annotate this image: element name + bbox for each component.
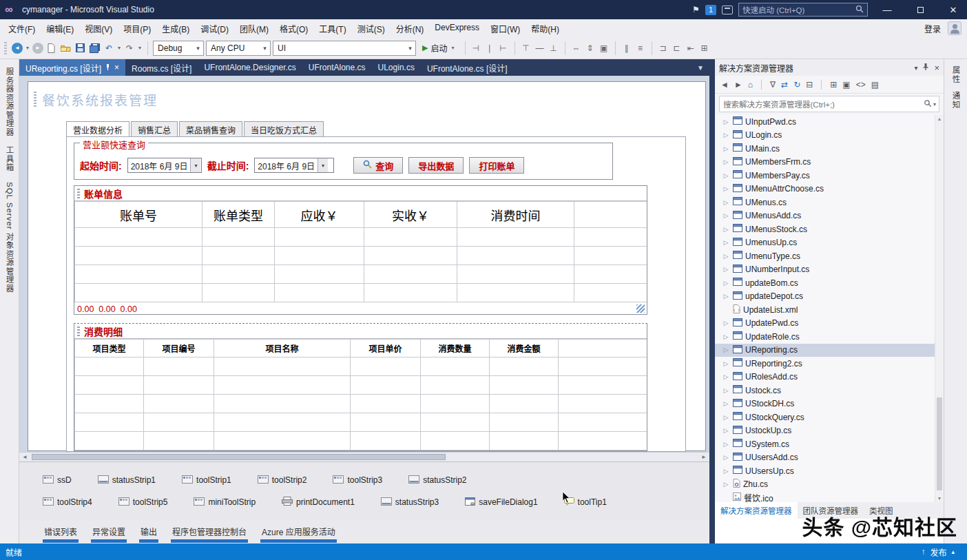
horizontal-spacing-icon[interactable]: ∥ (621, 41, 632, 56)
tree-item-UStockDH.cs[interactable]: ▷UStockDH.cs (715, 397, 935, 411)
bottom-tab-错误列表[interactable]: 错误列表 (43, 525, 79, 543)
scrollbar-thumb[interactable] (32, 454, 446, 460)
align-rights-icon[interactable]: ⊢ (498, 41, 509, 56)
notifications-flag-icon[interactable]: ⚑ (692, 5, 700, 14)
column-header[interactable]: 消费金额 (490, 340, 559, 357)
tool-window-tab-工具箱[interactable]: 工具箱 (4, 146, 15, 172)
query-button[interactable]: 查询 (353, 157, 403, 174)
preview-selected-items-icon[interactable]: ▣ (842, 80, 850, 90)
menu-DevExpress[interactable]: DevExpress (429, 20, 485, 37)
expand-arrow-icon[interactable]: ▷ (722, 468, 730, 475)
menu-工具(T)[interactable]: 工具(T) (313, 20, 351, 37)
tree-item-USystem.cs[interactable]: ▷USystem.cs (715, 437, 935, 451)
doc-tab-ULogin.cs[interactable]: ULogin.cs (372, 59, 421, 76)
expand-arrow-icon[interactable]: ▷ (722, 253, 730, 260)
notification-count-badge[interactable]: 1 (705, 5, 716, 15)
make-same-width-icon[interactable]: ⇔ (571, 41, 582, 56)
redo-dropdown-icon[interactable]: ▾ (137, 41, 143, 56)
tray-component-toolStrip5[interactable]: toolStrip5 (118, 497, 168, 508)
bottom-tab-异常设置[interactable]: 异常设置 (91, 525, 127, 543)
expand-arrow-icon[interactable]: ▷ (722, 400, 730, 407)
nav-forward-icon[interactable]: ► (32, 43, 43, 54)
expand-arrow-icon[interactable]: ▷ (722, 280, 730, 287)
open-file-icon[interactable] (59, 41, 72, 56)
resize-grip[interactable] (636, 304, 645, 313)
expand-arrow-icon[interactable]: ▷ (722, 346, 730, 353)
tray-component-statusStrip2[interactable]: statusStrip2 (408, 475, 466, 486)
tab-overflow-chevron-icon[interactable]: ▼ (697, 59, 709, 76)
tree-item-UstockUp.cs[interactable]: ▷UstockUp.cs (715, 424, 935, 438)
vertical-scrollbar[interactable]: ▲ ▼ (935, 115, 944, 502)
startup-project-dropdown[interactable]: UI ▾ (273, 41, 416, 56)
tree-item-Ustock.cs[interactable]: ▷Ustock.cs (715, 384, 935, 397)
pending-changes-filter-icon[interactable]: ∇ (770, 80, 776, 90)
show-all-files-icon[interactable]: ▤ (871, 80, 879, 90)
menu-帮助(H)[interactable]: 帮助(H) (526, 20, 565, 37)
undo-dropdown-icon[interactable]: ▾ (116, 41, 122, 56)
end-date-picker[interactable]: 2018年 6月 9日 ▾ (254, 158, 334, 173)
window-menu-chevron-icon[interactable]: ▾ (914, 64, 917, 72)
redo-icon[interactable]: ↷ (124, 41, 135, 56)
column-header[interactable] (559, 340, 648, 357)
close-icon[interactable]: × (114, 63, 119, 72)
layout-toggle-icon[interactable]: ⊞ (699, 41, 710, 56)
start-debug-button[interactable]: ▶ 启动 ▾ (418, 41, 460, 56)
tool-window-tab-SQL Server 对象资源管理器[interactable]: SQL Server 对象资源管理器 (4, 182, 15, 293)
sync-with-active-document-icon[interactable]: ⇄ (781, 80, 788, 90)
column-header[interactable]: 账单号 (75, 202, 202, 228)
expand-arrow-icon[interactable]: ▷ (722, 441, 730, 448)
tree-item-ULogin.cs[interactable]: ▷ULogin.cs (715, 129, 935, 143)
tree-item-UmenuType.cs[interactable]: ▷UmenuType.cs (715, 249, 935, 263)
horizontal-scrollbar[interactable]: ◄ ► (19, 452, 709, 462)
expand-arrow-icon[interactable]: ▷ (722, 427, 730, 434)
expand-arrow-icon[interactable]: ▷ (722, 132, 730, 138)
expand-arrow-icon[interactable]: ▷ (722, 454, 730, 461)
tree-item-UReporting.cs[interactable]: ▷UReporting.cs (715, 344, 935, 357)
expand-arrow-icon[interactable]: ▷ (722, 360, 730, 367)
configuration-dropdown[interactable]: Debug ▾ (153, 41, 204, 56)
chevron-up-icon[interactable]: ▴ (951, 548, 955, 555)
menu-生成(B)[interactable]: 生成(B) (156, 20, 195, 37)
tray-component-toolStrip4[interactable]: toolStrip4 (43, 497, 92, 508)
tree-item-UMembersFrm.cs[interactable]: ▷UMembersFrm.cs (715, 156, 935, 169)
scroll-right-icon[interactable]: ► (698, 454, 709, 460)
bottom-tab-程序包管理器控制台[interactable]: 程序包管理器控制台 (171, 525, 248, 543)
scrollbar-thumb[interactable] (937, 397, 942, 490)
tree-item-UpdateRole.cs[interactable]: ▷UpdateRole.cs (715, 330, 935, 344)
expand-arrow-icon[interactable]: ▷ (722, 199, 730, 206)
tree-item-updateBom.cs[interactable]: ▷updateBom.cs (715, 276, 935, 290)
tray-component-toolStrip3[interactable]: toolStrip3 (333, 475, 382, 486)
column-header[interactable] (574, 202, 648, 228)
quick-launch-input[interactable]: 快速启动 (Ctrl+Q) (738, 3, 868, 17)
chevron-down-icon[interactable]: ▾ (190, 158, 200, 172)
bottom-tab-输出[interactable]: 输出 (139, 525, 158, 543)
tree-item-UmenusUp.cs[interactable]: ▷UmenusUp.cs (715, 236, 935, 250)
sign-in-link[interactable]: 登录 (924, 23, 941, 34)
menu-窗口(W)[interactable]: 窗口(W) (485, 20, 526, 37)
bottom-tab-Azure 应用服务活动[interactable]: Azure 应用服务活动 (260, 525, 337, 543)
chevron-down-icon[interactable]: ▾ (318, 158, 328, 172)
tray-component-toolStrip1[interactable]: toolStrip1 (182, 475, 231, 486)
menu-调试(D)[interactable]: 调试(D) (195, 20, 234, 37)
tree-item-UMenusAdd.cs[interactable]: ▷UMenusAdd.cs (715, 209, 935, 223)
menu-视图(V)[interactable]: 视图(V) (79, 20, 118, 37)
expand-arrow-icon[interactable]: ▷ (722, 373, 730, 380)
expand-arrow-icon[interactable]: ▷ (722, 293, 730, 300)
pin-icon[interactable] (922, 63, 929, 73)
menu-文件(F)[interactable]: 文件(F) (3, 20, 41, 37)
column-header[interactable]: 应收￥ (275, 202, 364, 228)
pin-icon[interactable] (105, 63, 111, 72)
account-icon[interactable] (948, 21, 961, 35)
tray-component-statusStrip3[interactable]: statusStrip3 (381, 497, 439, 508)
align-middles-icon[interactable]: — (534, 41, 545, 56)
column-header[interactable]: 项目单价 (351, 340, 421, 357)
column-header[interactable]: 项目类型 (75, 340, 144, 357)
platform-dropdown[interactable]: Any CPU ▾ (206, 41, 271, 56)
print-bill-button[interactable]: 打印账单 (469, 157, 524, 174)
expand-arrow-icon[interactable]: ▷ (722, 172, 730, 179)
winforms-designer-form[interactable]: 餐饮系统报表管理 营业数据分析销售汇总菜品销售查询当日吃饭方式汇总 营业额快速查… (28, 81, 706, 451)
solution-search-input[interactable]: 搜索解决方案资源管理器(Ctrl+;) ▾ (719, 96, 939, 112)
home-icon[interactable]: ⌂ (748, 80, 753, 90)
doc-tab-Rooms.cs [设计][interactable]: Rooms.cs [设计] (125, 59, 198, 76)
scroll-left-icon[interactable]: ◄ (19, 454, 30, 460)
